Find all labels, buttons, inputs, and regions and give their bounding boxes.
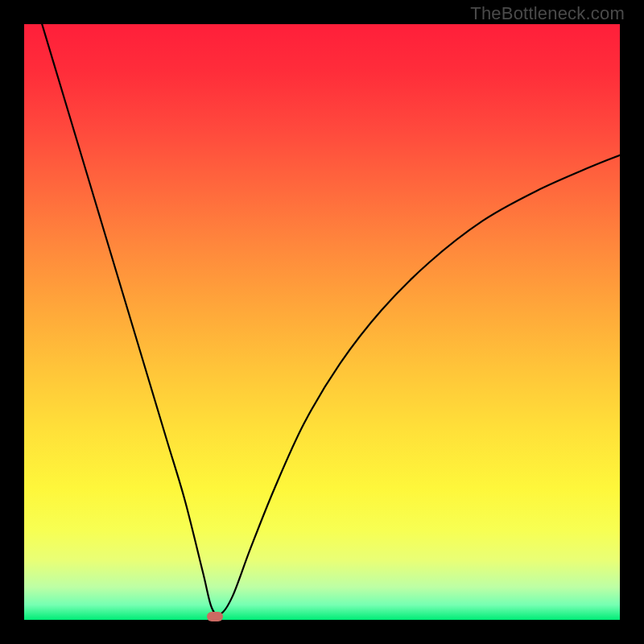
optimal-point-marker [207,612,223,621]
bottleneck-curve-svg [24,24,620,620]
bottleneck-curve-path [42,24,620,615]
watermark-text: TheBottleneck.com [470,3,625,24]
chart-plot-area [24,24,620,620]
